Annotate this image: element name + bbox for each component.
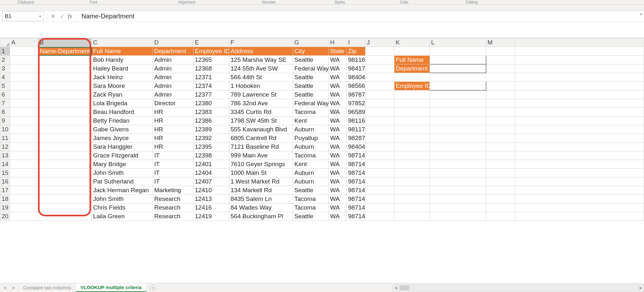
row-header-12[interactable]: 12 [0,143,10,151]
cell-B18[interactable] [38,195,92,203]
hscroll-left-icon[interactable]: ◄ [393,286,399,290]
cell-A20[interactable] [10,212,38,221]
fx-icon[interactable]: fx [68,13,72,20]
cell-H18[interactable]: WA [329,195,347,203]
cell-H19[interactable]: WA [329,203,347,212]
cell-F20[interactable]: 564 Buckingham Pl [229,212,293,221]
cell-I19[interactable]: 98714 [347,203,365,212]
cell-A7[interactable] [10,99,38,108]
cell-pad5[interactable] [515,82,644,90]
cell-D4[interactable]: Admin [153,73,194,82]
col-header-E[interactable]: E [194,38,229,47]
cell-I13[interactable]: 98714 [347,151,365,160]
cell-A19[interactable] [10,203,38,212]
cell-H8[interactable]: WA [329,108,347,117]
cell-F6[interactable]: 789 Lawrence St [229,90,293,99]
cell-H7[interactable]: WA [329,99,347,108]
cell-I9[interactable]: 98116 [347,117,365,125]
cell-pad16[interactable] [515,177,644,186]
cell-G17[interactable]: Seattle [293,186,329,195]
cell-D6[interactable]: Admin [153,90,194,99]
cell-A16[interactable] [10,177,38,186]
lookup-department-value[interactable] [430,64,486,73]
cell-M12[interactable] [486,143,515,151]
cell-L4[interactable] [430,73,486,82]
cell-G13[interactable]: Tacoma [293,151,329,160]
name-box[interactable]: B1 ▾ [2,12,44,21]
cell-G7[interactable]: Federal Way [293,99,329,108]
col-header-B[interactable]: B [38,38,92,47]
cell-J12[interactable] [365,143,394,151]
cell-I15[interactable]: 98714 [347,169,365,177]
row-header-16[interactable]: 16 [0,177,10,186]
cell-K20[interactable] [394,212,430,221]
cell-pad14[interactable] [515,160,644,169]
cell-B17[interactable] [38,186,92,195]
cell-J13[interactable] [365,151,394,160]
cell-E11[interactable]: 12392 [194,134,229,143]
row-header-11[interactable]: 11 [0,134,10,143]
cell-pad13[interactable] [515,151,644,160]
cell-C2[interactable]: Bob Handy [92,56,153,64]
cell-K10[interactable] [394,125,430,134]
cell-B20[interactable] [38,212,92,221]
cell-K17[interactable] [394,186,430,195]
cell-K4[interactable] [394,73,430,82]
sheet-tab-vlookup[interactable]: VLOOKUP multiple criteria [76,283,147,292]
cell-A1[interactable] [10,47,38,56]
cell-L14[interactable] [430,160,486,169]
cell-C5[interactable]: Sara Moore [92,82,153,90]
cell-I14[interactable]: 98714 [347,160,365,169]
sheet-tab-compare[interactable]: Compare two columns [19,284,76,292]
cell-pad15[interactable] [515,169,644,177]
cell-E1[interactable]: Employee ID [194,47,229,56]
cell-L11[interactable] [430,134,486,143]
cell-M11[interactable] [486,134,515,143]
cell-M7[interactable] [486,99,515,108]
cell-M5[interactable] [486,82,515,90]
cell-D14[interactable]: IT [153,160,194,169]
cell-K14[interactable] [394,160,430,169]
cell-G15[interactable]: Auburn [293,169,329,177]
cell-pad10[interactable] [515,125,644,134]
cell-L7[interactable] [430,99,486,108]
cell-J11[interactable] [365,134,394,143]
cell-pad2[interactable] [515,56,644,64]
cell-C15[interactable]: John Smith [92,169,153,177]
cell-C8[interactable]: Beau Handford [92,108,153,117]
cell-D8[interactable]: HR [153,108,194,117]
cell-I6[interactable]: 98787 [347,90,365,99]
cell-K15[interactable] [394,169,430,177]
cell-C12[interactable]: Sara Hanggler [92,143,153,151]
cell-A9[interactable] [10,117,38,125]
cell-B6[interactable] [38,90,92,99]
cell-F18[interactable]: 8435 Salem Ln [229,195,293,203]
cell-J18[interactable] [365,195,394,203]
cell-B19[interactable] [38,203,92,212]
col-header-I[interactable]: I [347,38,365,47]
cell-C16[interactable]: Pat Sutherland [92,177,153,186]
hscroll-thumb[interactable] [400,286,409,290]
cell-pad17[interactable] [515,186,644,195]
cell-C18[interactable]: John Smith [92,195,153,203]
name-box-dropdown-icon[interactable]: ▾ [39,14,41,18]
cell-B2[interactable] [38,56,92,64]
cell-L13[interactable] [430,151,486,160]
cell-L12[interactable] [430,143,486,151]
cell-A3[interactable] [10,64,38,73]
cell-F12[interactable]: 7121 Baseline Rd [229,143,293,151]
cell-J4[interactable] [365,73,394,82]
cell-H2[interactable]: WA [329,56,347,64]
cancel-edit-icon[interactable]: ✕ [51,13,55,20]
cell-E3[interactable]: 12368 [194,64,229,73]
cell-pad11[interactable] [515,134,644,143]
cell-F3[interactable]: 124 55th Ave SW [229,64,293,73]
cell-E5[interactable]: 12374 [194,82,229,90]
col-header-D[interactable]: D [153,38,194,47]
cell-C1[interactable]: Full Name [92,47,153,56]
cell-E13[interactable]: 12398 [194,151,229,160]
cell-J10[interactable] [365,125,394,134]
cell-M13[interactable] [486,151,515,160]
cell-A11[interactable] [10,134,38,143]
horizontal-scrollbar[interactable]: ◄ ► [393,285,644,291]
